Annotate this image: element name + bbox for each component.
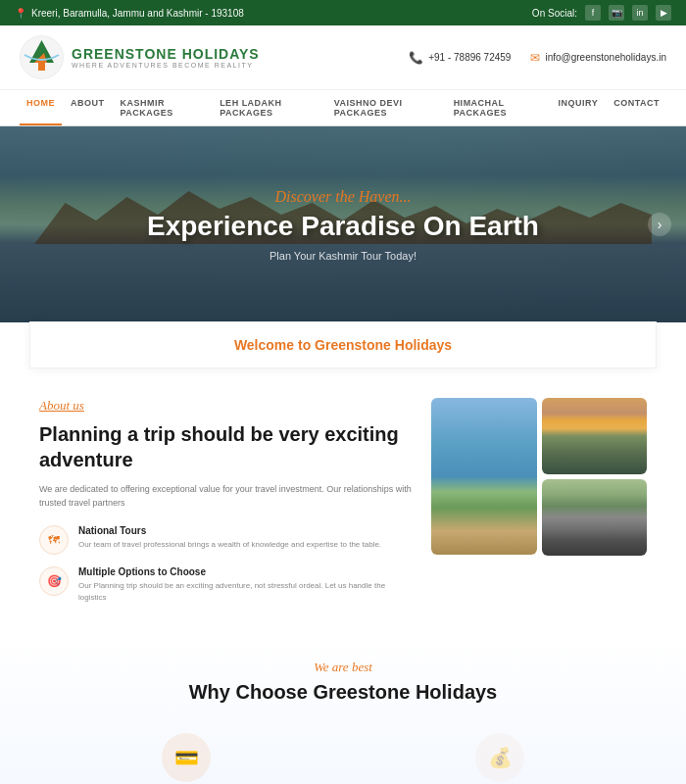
feature-multiple-options: 🎯 Multiple Options to Choose Our Plannin… [39, 566, 412, 604]
email-address: info@greenstoneholidays.in [545, 52, 666, 63]
nav-inquiry[interactable]: INQUIRY [552, 90, 606, 125]
feature-multiple-options-title: Multiple Options to Choose [78, 566, 412, 577]
why-label: We are best [39, 660, 647, 675]
feature-national-tours-text: National Tours Our team of travel profes… [78, 525, 381, 551]
payment-icon-symbol: 💳 [174, 746, 199, 769]
why-heading: Why Choose Greestone Holidays [39, 681, 647, 704]
nav-himachal[interactable]: HIMACHAL PACKAGES [447, 90, 550, 125]
social-label: On Social: [532, 8, 577, 19]
logo-text: GREENSTONE HOLIDAYS WHERE ADVENTURES BEC… [72, 46, 260, 69]
youtube-icon[interactable]: ▶ [656, 5, 671, 21]
why-card-flexible-payment: 💳 Flexible Payment We are dedicated to o… [39, 723, 333, 784]
feature-national-tours-title: National Tours [78, 525, 381, 536]
national-tours-icon: 🗺 [48, 533, 60, 547]
email-contact[interactable]: ✉ info@greenstoneholidays.in [530, 51, 666, 65]
welcome-title: Welcome to Greenstone Holidays [234, 337, 452, 353]
about-left: About us Planning a trip should be very … [39, 398, 412, 615]
competitive-pricing-icon: 💰 [475, 733, 524, 782]
phone-icon: 📞 [409, 51, 423, 65]
nav-about[interactable]: ABOUT [64, 90, 112, 125]
lake-image [431, 398, 537, 555]
logo-name: GREENSTONE HOLIDAYS [72, 46, 260, 62]
feature-national-tours: 🗺 National Tours Our team of travel prof… [39, 525, 412, 555]
hero-discover-text: Discover the Haven... [147, 188, 539, 206]
email-icon: ✉ [530, 51, 540, 65]
hero-title: Experience Paradise On Earth [147, 211, 539, 242]
phone-number: +91 - 78896 72459 [428, 52, 511, 63]
boats-image [542, 398, 648, 474]
about-label: About us [39, 398, 412, 414]
why-section: We are best Why Choose Greestone Holiday… [0, 635, 686, 784]
social-area: On Social: f 📷 in ▶ [532, 5, 671, 21]
hero-content: Discover the Haven... Experience Paradis… [147, 188, 539, 262]
address-text: Kreeri, Baramulla, Jammu and Kashmir - 1… [31, 8, 244, 19]
about-description: We are dedicated to offering exceptional… [39, 482, 412, 511]
hero-section: Discover the Haven... Experience Paradis… [0, 126, 686, 322]
welcome-banner: Welcome to Greenstone Holidays [29, 321, 657, 368]
feature-national-tours-desc: Our team of travel professional brings a… [78, 539, 381, 551]
instagram-icon[interactable]: 📷 [609, 5, 624, 21]
feature-multiple-options-desc: Our Planning trip should be an exciting … [78, 580, 412, 604]
nav-leh[interactable]: LEH LADAKH PACKAGES [213, 90, 325, 125]
multiple-options-icon: 🎯 [47, 574, 62, 588]
why-cards: 💳 Flexible Payment We are dedicated to o… [39, 723, 647, 784]
pin-icon: 📍 [15, 8, 26, 19]
linkedin-icon[interactable]: in [632, 5, 648, 21]
navigation: HOME ABOUT KASHMIR PACKAGES LEH LADAKH P… [0, 90, 686, 126]
address-area: 📍 Kreeri, Baramulla, Jammu and Kashmir -… [15, 8, 244, 19]
logo-tagline: WHERE ADVENTURES BECOME REALITY [72, 62, 260, 69]
pricing-icon-symbol: 💰 [488, 746, 513, 769]
about-images [431, 398, 647, 556]
nav-vaishno[interactable]: VAISHNO DEVI PACKAGES [327, 90, 445, 125]
facebook-icon[interactable]: f [585, 5, 601, 21]
national-tours-icon-wrap: 🗺 [39, 525, 69, 555]
nav-contact[interactable]: CONTACT [607, 90, 666, 125]
nav-home[interactable]: HOME [20, 90, 62, 125]
multiple-options-icon-wrap: 🎯 [39, 566, 69, 596]
header: GREENSTONE HOLIDAYS WHERE ADVENTURES BEC… [0, 25, 686, 90]
why-card-competitive-pricing: 💰 Competitive Pricing You find the best … [353, 723, 647, 784]
svg-rect-3 [38, 63, 45, 71]
top-bar: 📍 Kreeri, Baramulla, Jammu and Kashmir -… [0, 0, 686, 25]
about-heading: Planning a trip should be very exciting … [39, 421, 412, 472]
phone-contact[interactable]: 📞 +91 - 78896 72459 [409, 51, 511, 65]
village-image [542, 479, 648, 556]
logo-svg [20, 35, 64, 79]
feature-multiple-options-text: Multiple Options to Choose Our Planning … [78, 566, 412, 604]
hero-subtitle: Plan Your Kashmir Tour Today! [147, 250, 539, 262]
flexible-payment-icon: 💳 [162, 733, 211, 782]
header-contacts: 📞 +91 - 78896 72459 ✉ info@greenstonehol… [409, 51, 666, 65]
about-section: About us Planning a trip should be very … [0, 368, 686, 635]
logo-area: GREENSTONE HOLIDAYS WHERE ADVENTURES BEC… [20, 35, 260, 79]
nav-kashmir[interactable]: KASHMIR PACKAGES [114, 90, 212, 125]
hero-next-arrow[interactable]: › [648, 213, 671, 236]
